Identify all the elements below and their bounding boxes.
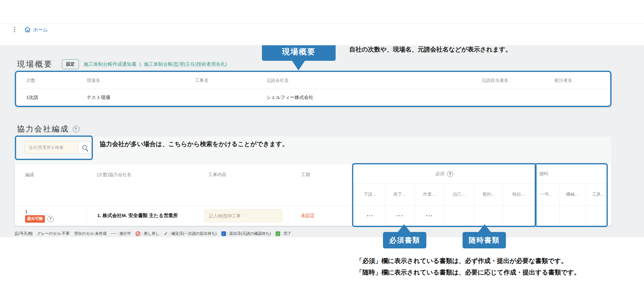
col-header: 元請担当者名 (471, 72, 544, 89)
help-icon[interactable] (447, 171, 453, 177)
subcol-header: 再下… (385, 184, 415, 205)
doc-status-cell[interactable]: ··· (415, 205, 444, 226)
subcol-header: 誓約… (474, 184, 504, 205)
legend-blank-cell: 空白のセル:未作成 (74, 231, 107, 236)
table-row: 1次請 テスト現場 シェルフィー株式会社 (16, 89, 610, 106)
callout-arrow-up (478, 224, 491, 232)
legend-prefix: [記号凡例] (15, 231, 33, 236)
col-header-period: 工期 (291, 164, 355, 205)
kebab-menu-icon[interactable] (14, 27, 15, 32)
tier-number: 1 (25, 209, 28, 214)
anytime-group-header: 随時 (533, 164, 611, 184)
row-order-cell: 1 提出可能 (15, 205, 87, 226)
subcol-header: 一号… (533, 184, 559, 205)
link-separator: | (140, 61, 141, 67)
partner-company-cell: 1. 株式会社M. 安全書類 主たる営業所 (87, 205, 198, 226)
note-anytime: 「随時」欄に表示されている書類は、必要に応じて作成・提出する書類です。 (356, 266, 580, 278)
cell-orderer (544, 89, 610, 106)
col-header-work: 工事内容 (198, 164, 291, 205)
subcol-header: 自己… (444, 184, 474, 205)
partner-table: 編成 (次数)協力会社名 工事内容 工期 必須 随時 下請… 再下… 作業… 自… (15, 164, 611, 226)
doc-status-cell[interactable] (559, 205, 585, 226)
cell-work-name (185, 89, 256, 106)
anytime-docs-callout: 随時書類 (463, 232, 506, 248)
legend-gray-cell: グレーのセル:不要 (37, 231, 70, 236)
site-overview-table-header: 次数 現場名 工事名 元請会社名 元請担当者名 発注者名 (16, 72, 610, 89)
site-overview-table: 次数 現場名 工事名 元請会社名 元請担当者名 発注者名 1次請 テスト現場 シ… (15, 71, 611, 107)
search-icon (82, 145, 87, 150)
doc-status-cell[interactable] (504, 205, 533, 226)
link-ledger-nameplate[interactable]: 施工体制台帳(監理(主任)技術者用名札) (144, 61, 227, 67)
col-header: 工事名 (185, 72, 256, 89)
annotation-notes: 「必須」欄に表示されている書類は、必ず作成・提出が必要な書類です。 「随時」欄に… (356, 255, 580, 278)
check-icon: ✓ (164, 231, 168, 236)
col-header-company: (次数)協力会社名 (87, 164, 198, 205)
callout-arrow-down (292, 60, 305, 70)
partner-section-title: 協力会社編成 (17, 124, 80, 134)
subcol-header: 独自… (504, 184, 533, 205)
top-header (0, 0, 644, 24)
doc-status-cell[interactable]: ··· (385, 205, 415, 226)
cell-prime-company: シェルフィー株式会社 (256, 89, 471, 106)
legend-label: : 確定済(一次請の提出待ち) (169, 231, 216, 236)
subcol-header: 機械… (559, 184, 585, 205)
help-icon[interactable] (47, 216, 54, 222)
site-overview-title: 現場概要 (17, 59, 53, 69)
document-links: 施工体制台帳作成通知書|施工体制台帳(監理(主任)技術者用名札) (84, 61, 227, 68)
required-group-label: 必須 (436, 171, 445, 177)
symbol-legend: [記号凡例] グレーのセル:不要 空白のセル:未作成 ··· : 進行中 : 差… (15, 231, 291, 236)
doc-status-cell[interactable]: ··· (355, 205, 385, 226)
col-header: 元請会社名 (256, 72, 471, 89)
submitted-checkbox-icon (221, 231, 226, 236)
period-cell[interactable]: 未設定 (291, 205, 355, 226)
legend-label: : 提出済(元請の確認待ち) (227, 231, 271, 236)
note-required: 「必須」欄に表示されている書類は、必ず作成・提出が必要な書類です。 (356, 255, 580, 266)
search-callout-description: 協力会社が多い場合は、こちらから検索をかけることができます。 (100, 140, 288, 148)
home-icon[interactable] (24, 26, 31, 33)
col-header: 発注者名 (544, 72, 610, 89)
legend-label: : 完了 (281, 231, 291, 236)
settings-button[interactable]: 設定 (62, 59, 79, 69)
link-construction-notice[interactable]: 施工体制台帳作成通知書 (84, 61, 137, 67)
doc-status-cell[interactable] (533, 205, 559, 226)
work-content-cell (198, 205, 291, 226)
search-button[interactable] (78, 141, 91, 154)
status-badge: 提出可能 (25, 215, 45, 223)
subcol-header: 下請… (355, 184, 385, 205)
site-overview-callout-description: 自社の次数や、現場名、元請会社名などが表示されます。 (349, 45, 511, 54)
legend-label: : 差し戻し (141, 231, 159, 236)
subcol-header: 作業… (415, 184, 444, 205)
breadcrumb-home-link[interactable]: ホーム (33, 27, 48, 33)
required-group-header: 必須 (355, 164, 533, 184)
col-header-hensei: 編成 (15, 164, 87, 205)
partner-section-title-text: 協力会社編成 (17, 124, 69, 134)
in-progress-dots-icon: ··· (111, 231, 116, 236)
cell-prime-person (471, 89, 544, 106)
col-header: 現場名 (76, 72, 185, 89)
cell-site-name: テスト現場 (76, 89, 185, 106)
required-docs-callout: 必須書類 (383, 232, 426, 248)
subcol-header: 工具… (585, 184, 611, 205)
anytime-group-label: 随時 (539, 171, 548, 177)
doc-status-cell[interactable] (474, 205, 504, 226)
work-content-input[interactable] (204, 209, 282, 222)
help-icon[interactable] (73, 126, 80, 132)
done-checkbox-icon (276, 231, 280, 236)
callout-arrow-up (398, 224, 411, 232)
doc-status-cell[interactable] (444, 205, 474, 226)
rejected-icon (136, 231, 140, 236)
search-input[interactable] (25, 141, 78, 154)
breadcrumb (0, 24, 644, 45)
cell-tier: 1次請 (16, 89, 76, 106)
col-header: 次数 (16, 72, 76, 89)
doc-status-cell[interactable] (585, 205, 611, 226)
legend-label: : 進行中 (117, 231, 131, 236)
